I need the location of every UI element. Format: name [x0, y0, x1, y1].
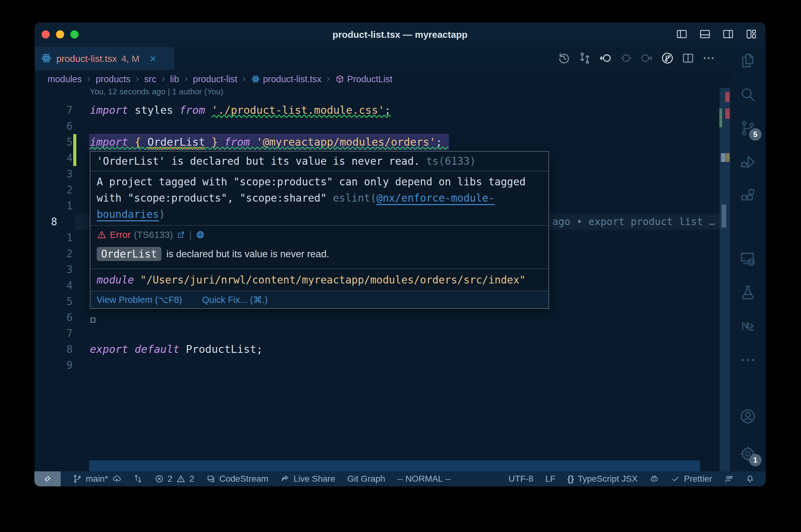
activity-item-run-debug[interactable]: [739, 153, 757, 171]
panel-bottom-icon: [699, 28, 711, 40]
activity-item-search[interactable]: [739, 86, 757, 103]
copilot-icon: [650, 474, 659, 483]
status-eol[interactable]: LF: [545, 474, 556, 484]
warning-triangle-icon: [97, 230, 107, 240]
next-change-button[interactable]: [640, 51, 654, 66]
line-number: 4: [47, 150, 73, 166]
current-change-button[interactable]: [619, 51, 633, 66]
status-prettier[interactable]: Prettier: [671, 474, 712, 484]
activity-item-testing[interactable]: [739, 284, 757, 301]
tooltip-resize-handle[interactable]: [90, 318, 95, 323]
line-export-default[interactable]: export default ProductList;: [34, 341, 720, 357]
breadcrumb-item-src[interactable]: src: [144, 74, 157, 84]
status-bar: main*22CodeStreamLive ShareGit Graph-- N…: [34, 471, 766, 486]
eslint-rule-link[interactable]: boundaries: [97, 208, 159, 221]
status-vim-mode[interactable]: -- NORMAL --: [397, 474, 451, 484]
breadcrumb-item-lib[interactable]: lib: [170, 74, 179, 84]
status-live-share[interactable]: Live Share: [280, 474, 335, 484]
panel-right-icon: [722, 28, 734, 40]
line-number: 9: [47, 357, 73, 373]
activity-item-more-views[interactable]: [739, 352, 757, 369]
circle-arrow-right-icon: [640, 51, 654, 65]
nx-icon: [739, 318, 757, 335]
error-mark: [725, 109, 730, 119]
line-import-styles[interactable]: import styles from './product-list.modul…: [34, 102, 720, 118]
open-changes-with-button[interactable]: [660, 51, 674, 66]
eslint-rule-link[interactable]: @nx/enforce-module-: [377, 192, 495, 205]
activity-item-nx-console[interactable]: [739, 318, 757, 335]
toggle-secondary-sidebar-button[interactable]: [722, 28, 734, 42]
chevron-right-icon: [133, 75, 141, 83]
timeline-button[interactable]: [557, 51, 571, 66]
git-compare-icon: [133, 474, 143, 483]
status-remote-indicator[interactable]: [34, 471, 61, 486]
bell-icon: [745, 474, 755, 483]
search-icon: [739, 86, 757, 103]
status-copilot[interactable]: [650, 474, 659, 483]
breadcrumb-item-product-list.tsx[interactable]: product-list.tsx: [251, 74, 321, 84]
toggle-panel-button[interactable]: [699, 28, 711, 42]
breadcrumb-item-modules[interactable]: modules: [48, 74, 82, 84]
tab-product-list[interactable]: product-list.tsx 4, M: [35, 47, 174, 70]
history-icon: [557, 51, 571, 65]
toggle-primary-sidebar-button[interactable]: [675, 28, 688, 42]
layout-grid-icon: [745, 28, 758, 40]
breadcrumb-item-product-list[interactable]: product-list: [193, 74, 237, 84]
chevron-right-icon: [325, 75, 332, 83]
activity-item-remote-explorer[interactable]: [739, 250, 757, 268]
horizontal-scrollbar[interactable]: [89, 460, 700, 471]
breadcrumb-item-products[interactable]: products: [96, 74, 130, 84]
error-hover-tooltip: 'OrderList' is declared but its value is…: [90, 151, 549, 309]
activity-item-source-control[interactable]: 5: [739, 119, 757, 137]
react-icon: [41, 53, 52, 64]
codelens-blame[interactable]: You, 12 seconds ago | 1 author (You): [90, 87, 223, 97]
line-number: 6: [47, 118, 73, 134]
files-icon: [739, 52, 757, 70]
overview-ruler[interactable]: [720, 88, 730, 471]
status-language-mode[interactable]: {}TypeScript JSX: [567, 474, 637, 484]
panel-left-icon: [675, 28, 688, 40]
ellipsis-h-icon: [739, 352, 757, 369]
status-branch[interactable]: main*: [73, 474, 122, 484]
status-feedback[interactable]: [724, 474, 733, 483]
status-git-graph[interactable]: Git Graph: [347, 474, 385, 484]
customize-layout-button[interactable]: [745, 28, 758, 42]
activity-item-explorer[interactable]: [739, 52, 757, 70]
desktop: product-list.tsx — myreactapp product-li…: [0, 0, 801, 532]
line-import-orderlist[interactable]: import { OrderList } from '@myreactapp/m…: [34, 134, 720, 150]
line-number: 2: [47, 182, 73, 198]
previous-change-button[interactable]: [599, 51, 612, 66]
hover-actions: View Problem (⌥F8) Quick Fix... (⌘.): [90, 291, 548, 308]
error-circle-icon: [154, 474, 164, 483]
more-actions-button[interactable]: [702, 51, 715, 66]
line-number: 2: [47, 246, 73, 262]
breadcrumb-item-ProductList[interactable]: ProductList: [335, 74, 393, 84]
squiggle-underline: [90, 147, 448, 150]
remote-explorer-icon: [739, 250, 757, 268]
status-codestream[interactable]: CodeStream: [206, 474, 269, 484]
activity-item-settings[interactable]: 1: [739, 445, 757, 462]
warning-triangle-icon: [176, 474, 185, 483]
chevron-right-icon: [160, 75, 167, 83]
status-notifications[interactable]: [745, 474, 755, 483]
line-number: 3: [47, 262, 73, 278]
symbol-cube-icon: [335, 74, 345, 84]
view-problem-link[interactable]: View Problem (⌥F8): [97, 294, 182, 305]
debug-icon: [739, 153, 757, 171]
status-encoding[interactable]: UTF-8: [508, 474, 533, 484]
close-tab-icon[interactable]: [148, 54, 158, 63]
open-changes-button[interactable]: [578, 51, 592, 66]
status-problems[interactable]: 22: [154, 474, 194, 484]
globe-icon: [196, 230, 205, 240]
activity-item-extensions[interactable]: [739, 187, 757, 205]
titlebar: product-list.tsx — myreactapp: [34, 22, 766, 47]
activity-item-accounts[interactable]: [739, 407, 757, 425]
status-gitlens-compare[interactable]: [133, 474, 143, 483]
share-icon: [280, 474, 290, 483]
external-link-icon[interactable]: [176, 230, 185, 240]
quick-fix-link[interactable]: Quick Fix... (⌘.): [202, 294, 268, 305]
request-changes-icon: [578, 51, 592, 65]
split-editor-button[interactable]: [681, 51, 695, 66]
scrollbar-thumb[interactable]: [722, 205, 726, 228]
globe-icon[interactable]: [196, 230, 205, 240]
